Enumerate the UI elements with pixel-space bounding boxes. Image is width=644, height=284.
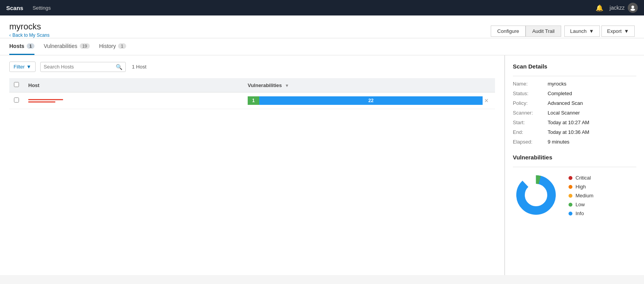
right-panel: Scan Details Name: myrocks Status: Compl… [505, 55, 644, 275]
detail-policy-label: Policy: [513, 100, 548, 106]
column-host-label: Host [28, 82, 39, 88]
legend-item-high: High [569, 184, 593, 190]
export-chevron-icon: ▼ [624, 28, 629, 34]
nav-user[interactable]: jackzz [610, 3, 638, 13]
donut-chart [513, 172, 559, 219]
host-count: 1 Host [132, 64, 147, 70]
tab-vulnerabilities-badge: 19 [80, 43, 90, 49]
svg-point-0 [632, 6, 634, 9]
donut-area: Critical High Medium Low Info [513, 172, 636, 219]
header-left: myrocks ‹ Back to My Scans [9, 22, 50, 38]
back-link-label: Back to My Scans [12, 33, 50, 38]
launch-button[interactable]: Launch ▼ [564, 26, 600, 37]
legend-dot-low [569, 203, 572, 207]
legend-label-high: High [575, 184, 586, 190]
detail-scanner-value: Local Scanner [548, 110, 580, 116]
configure-button[interactable]: Configure [491, 26, 526, 37]
nav-left: Scans Settings [6, 5, 51, 11]
table-header-checkbox [9, 78, 24, 92]
search-wrap: 🔍 [40, 62, 126, 72]
tab-history-label: History [99, 43, 116, 49]
detail-name-value: myrocks [548, 81, 566, 87]
column-vulnerabilities-label: Vulnerabilities [248, 82, 282, 88]
detail-policy: Policy: Advanced Scan [513, 100, 636, 106]
legend-label-info: Info [575, 210, 584, 216]
main-content: Filter ▼ 🔍 1 Host Host [0, 55, 644, 275]
legend-label-medium: Medium [575, 193, 593, 198]
host-table: Host Vulnerabilities ▼ [9, 78, 495, 109]
bell-icon[interactable]: 🔔 [596, 4, 603, 12]
header-right: Configure Audit Trail Launch ▼ Export ▼ [491, 22, 635, 37]
avatar [628, 3, 638, 13]
detail-scanner: Scanner: Local Scanner [513, 110, 636, 116]
detail-status: Status: Completed [513, 91, 636, 96]
legend-item-medium: Medium [569, 193, 593, 198]
legend-dot-medium [569, 194, 572, 198]
detail-end: End: Today at 10:36 AM [513, 129, 636, 135]
vuln-cell: 1 22 ✕ [243, 92, 495, 109]
nav-settings[interactable]: Settings [33, 5, 51, 11]
row-close-icon[interactable]: ✕ [483, 98, 490, 104]
donut-svg [513, 172, 559, 218]
scan-details-title: Scan Details [513, 63, 636, 70]
legend-dot-info [569, 212, 572, 216]
tab-hosts-badge: 1 [27, 43, 34, 49]
launch-chevron-icon: ▼ [589, 28, 594, 34]
donut-center [525, 184, 547, 206]
divider-1 [513, 76, 636, 76]
audit-trail-button[interactable]: Audit Trail [526, 26, 561, 37]
legend-item-critical: Critical [569, 175, 593, 181]
vuln-bar: 1 22 ✕ [248, 96, 490, 105]
host-cell [24, 92, 243, 109]
nav-brand[interactable]: Scans [6, 5, 23, 11]
top-nav: Scans Settings 🔔 jackzz [0, 0, 644, 15]
export-button[interactable]: Export ▼ [601, 26, 635, 37]
nav-right: 🔔 jackzz [596, 3, 638, 13]
table-row[interactable]: 1 22 ✕ [9, 92, 495, 109]
back-link[interactable]: ‹ Back to My Scans [9, 33, 50, 38]
legend-label-critical: Critical [575, 175, 591, 181]
tab-hosts-label: Hosts [9, 43, 24, 49]
column-vulnerabilities[interactable]: Vulnerabilities ▼ [243, 78, 495, 92]
page-title: myrocks [9, 22, 50, 32]
vuln-info-label: 22 [368, 98, 373, 103]
filter-bar: Filter ▼ 🔍 1 Host [9, 62, 495, 72]
export-label: Export [607, 28, 622, 34]
select-all-checkbox[interactable] [14, 82, 19, 87]
row-checkbox-cell [9, 92, 24, 109]
detail-scanner-label: Scanner: [513, 110, 548, 116]
tab-vulnerabilities[interactable]: Vulnerabilities 19 [44, 38, 90, 55]
filter-chevron-icon: ▼ [26, 64, 31, 70]
detail-name: Name: myrocks [513, 81, 636, 87]
divider-2 [513, 167, 636, 167]
detail-end-value: Today at 10:36 AM [548, 129, 589, 135]
detail-status-label: Status: [513, 91, 548, 96]
legend-item-low: Low [569, 202, 593, 207]
detail-start-value: Today at 10:27 AM [548, 120, 589, 125]
legend-label-low: Low [575, 202, 585, 207]
legend-dot-high [569, 185, 572, 189]
detail-end-label: End: [513, 129, 548, 135]
launch-label: Launch [570, 28, 587, 34]
vuln-seg-low: 1 [248, 96, 259, 105]
search-icon: 🔍 [116, 64, 122, 70]
row-checkbox[interactable] [14, 98, 19, 103]
back-chevron-icon: ‹ [9, 33, 11, 38]
vuln-low-label: 1 [252, 98, 255, 103]
tab-vulnerabilities-label: Vulnerabilities [44, 43, 77, 49]
vuln-seg-info: 22 [259, 96, 483, 105]
sort-icon: ▼ [285, 83, 289, 88]
redact-line-1 [28, 99, 63, 100]
tab-hosts[interactable]: Hosts 1 [9, 38, 34, 55]
detail-name-label: Name: [513, 81, 548, 87]
left-panel: Filter ▼ 🔍 1 Host Host [0, 55, 505, 275]
tab-history[interactable]: History 1 [99, 38, 126, 55]
search-input[interactable] [44, 64, 113, 70]
username-label: jackzz [610, 5, 625, 11]
page-header: myrocks ‹ Back to My Scans Configure Aud… [0, 15, 644, 38]
column-host: Host [24, 78, 243, 92]
filter-button[interactable]: Filter ▼ [9, 62, 36, 72]
vuln-section-title: Vulnerabilities [513, 154, 636, 161]
svg-point-1 [630, 9, 635, 11]
legend-item-info: Info [569, 210, 593, 216]
